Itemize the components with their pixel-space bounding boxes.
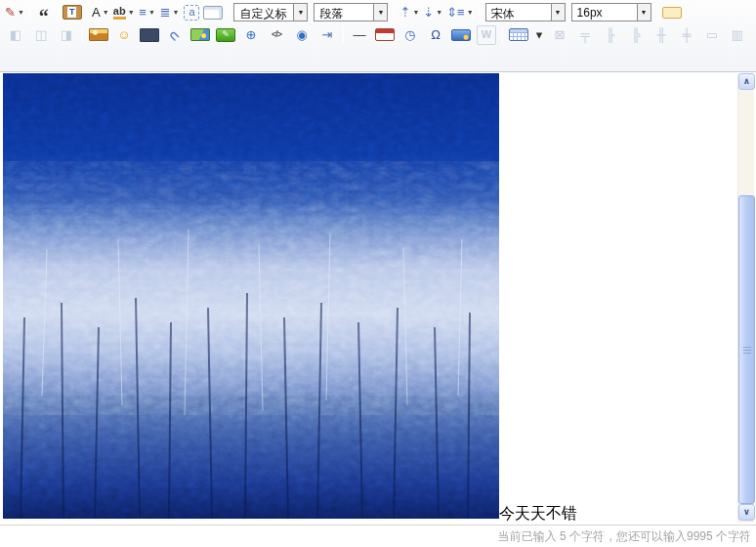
merge-cells-down-icon: ╪ bbox=[682, 28, 691, 41]
image-align-left-button: ◧ bbox=[6, 25, 25, 45]
paste-plain-button[interactable]: T bbox=[63, 5, 82, 20]
space-before-paragraph-icon: ⇡ bbox=[399, 6, 410, 19]
font-color-dropdown-arrow-icon[interactable]: ▼ bbox=[103, 9, 109, 16]
line-height-dropdown-arrow-icon[interactable]: ▼ bbox=[467, 9, 474, 16]
heading-select-value: 自定义标题 bbox=[234, 4, 293, 21]
image-align-center-icon: ◫ bbox=[35, 28, 47, 41]
emoticon-icon: ☺ bbox=[117, 28, 130, 41]
ordered-list-icon: ≡ bbox=[139, 6, 147, 19]
split-cell-icon: ▭ bbox=[706, 28, 718, 41]
merge-cells-right-icon: ╫ bbox=[656, 28, 665, 41]
format-painter-button[interactable]: ✎▼ bbox=[4, 3, 25, 22]
insert-iframe-icon: ⊕ bbox=[246, 28, 257, 41]
delete-table-button: ⊠ bbox=[550, 25, 569, 45]
char-count-status: 当前已输入 5 个字符，您还可以输入9995 个字符 bbox=[498, 528, 751, 545]
font-family-select-arrow-icon[interactable]: ▼ bbox=[551, 4, 565, 21]
document-text[interactable]: 今天天不错 bbox=[499, 505, 577, 522]
scrollbar-thumb[interactable] bbox=[738, 195, 755, 504]
unordered-list-button[interactable]: ≣▼ bbox=[159, 3, 181, 22]
format-painter-dropdown-arrow-icon[interactable]: ▼ bbox=[18, 9, 24, 16]
new-document-icon[interactable] bbox=[203, 6, 223, 20]
emoticon-button[interactable]: ☺ bbox=[114, 25, 134, 45]
attachment-icon: ⊂ bbox=[167, 26, 184, 43]
highlight-color-button[interactable]: ab▼ bbox=[112, 3, 136, 22]
image-align-center-button: ◫ bbox=[31, 25, 51, 45]
font-family-select-value: 宋体 bbox=[486, 4, 551, 21]
editing-area[interactable]: 今天天不错 ∧ ∨ bbox=[0, 72, 756, 525]
paragraph-select-arrow-icon[interactable]: ▼ bbox=[373, 4, 387, 21]
space-after-paragraph-dropdown-arrow-icon[interactable]: ▼ bbox=[436, 9, 442, 16]
blockquote-button[interactable]: “ bbox=[34, 3, 54, 22]
auto-typeset-icon: a bbox=[189, 7, 194, 18]
font-size-select-arrow-icon[interactable]: ▼ bbox=[637, 4, 651, 21]
insert-video-icon[interactable] bbox=[140, 28, 159, 42]
paste-plain-icon: T bbox=[67, 7, 76, 18]
insert-time-button[interactable]: ◷ bbox=[400, 25, 420, 45]
scroll-up-button[interactable]: ∧ bbox=[738, 73, 755, 90]
table-menu-arrow-button[interactable]: ▾ bbox=[534, 25, 544, 45]
font-color-icon: A bbox=[92, 6, 101, 19]
insert-column-button: ▥ bbox=[728, 25, 747, 45]
font-size-select-value: 16px bbox=[572, 4, 637, 21]
word-image-import-icon: W bbox=[482, 29, 491, 40]
scrollbar-grip-icon bbox=[743, 347, 751, 354]
vertical-scrollbar[interactable]: ∧ ∨ bbox=[737, 73, 754, 523]
line-height-icon: ⇕≡ bbox=[446, 6, 464, 19]
insert-map-icon[interactable] bbox=[190, 28, 210, 41]
horizontal-rule-button[interactable]: — bbox=[350, 25, 369, 45]
line-height-button[interactable]: ⇕≡▼ bbox=[445, 3, 474, 22]
font-color-button[interactable]: A▼ bbox=[91, 3, 110, 22]
special-chars-button[interactable]: Ω bbox=[426, 25, 445, 45]
heading-select-arrow-icon[interactable]: ▼ bbox=[293, 4, 307, 21]
ordered-list-button[interactable]: ≡▼ bbox=[138, 3, 157, 22]
blockquote-icon: “ bbox=[39, 7, 49, 26]
insert-col-left-icon: ╠ bbox=[631, 28, 640, 41]
insert-image-icon[interactable] bbox=[89, 28, 108, 41]
space-before-paragraph-button[interactable]: ⇡▼ bbox=[399, 3, 420, 22]
split-cell-button: ▭ bbox=[702, 25, 722, 45]
unordered-list-dropdown-arrow-icon[interactable]: ▼ bbox=[173, 9, 180, 16]
toolbar-separator bbox=[479, 4, 480, 21]
image-align-left-icon: ◧ bbox=[10, 28, 21, 41]
insert-iframe-button[interactable]: ⊕ bbox=[241, 25, 261, 45]
fullscreen-icon[interactable] bbox=[662, 7, 682, 19]
format-painter-icon: ✎ bbox=[5, 6, 16, 19]
page-break-button[interactable]: ⇥ bbox=[317, 25, 337, 45]
font-family-select[interactable]: 宋体▼ bbox=[485, 3, 566, 21]
baidu-app-button[interactable]: ◉ bbox=[292, 25, 312, 45]
space-after-paragraph-button[interactable]: ⇣▼ bbox=[422, 3, 443, 22]
horizontal-rule-icon: — bbox=[354, 28, 366, 41]
merge-cells-right-button: ╫ bbox=[651, 25, 671, 45]
paragraph-select[interactable]: 段落▼ bbox=[314, 3, 388, 21]
insert-row-above-icon: ╟ bbox=[606, 28, 614, 41]
scroll-down-button[interactable]: ∨ bbox=[738, 504, 755, 521]
attachment-button[interactable]: ⊂ bbox=[161, 21, 189, 48]
heading-select[interactable]: 自定义标题▼ bbox=[233, 3, 308, 21]
auto-typeset-button[interactable]: a bbox=[184, 5, 199, 21]
chevron-down-icon: ∨ bbox=[743, 508, 750, 517]
ordered-list-dropdown-arrow-icon[interactable]: ▼ bbox=[148, 9, 155, 16]
insert-date-icon[interactable] bbox=[375, 28, 395, 41]
insert-code-button[interactable]: </> bbox=[267, 25, 286, 45]
highlight-color-dropdown-arrow-icon[interactable]: ▼ bbox=[128, 9, 135, 16]
scrawl-button[interactable]: ✎ bbox=[216, 28, 235, 42]
paragraph-select-value: 段落 bbox=[315, 4, 373, 21]
merge-cells-down-button: ╪ bbox=[677, 25, 696, 45]
winter-forest-image[interactable] bbox=[3, 73, 499, 519]
special-chars-icon: Ω bbox=[431, 28, 441, 41]
scrawl-icon: ✎ bbox=[222, 30, 230, 39]
insert-table-icon[interactable] bbox=[509, 28, 528, 41]
insert-column-icon: ▥ bbox=[732, 28, 743, 41]
toolbar-row-1: ✎▼“TA▼ab▼≡▼≣▼a自定义标题▼段落▼⇡▼⇣▼⇕≡▼宋体▼16px▼ bbox=[1, 1, 756, 23]
space-before-paragraph-dropdown-arrow-icon[interactable]: ▼ bbox=[412, 9, 419, 16]
insert-code-icon: </> bbox=[272, 30, 281, 39]
screenshot-icon[interactable] bbox=[451, 29, 471, 41]
baidu-app-icon: ◉ bbox=[296, 28, 307, 41]
insert-col-left-button: ╠ bbox=[626, 25, 646, 45]
toolbar-separator bbox=[86, 4, 87, 21]
font-size-select[interactable]: 16px▼ bbox=[571, 3, 651, 21]
table-menu-arrow-icon: ▾ bbox=[536, 28, 543, 41]
document-first-line: 今天天不错 bbox=[3, 73, 756, 522]
toolbar-separator bbox=[227, 4, 228, 21]
toolbar-separator bbox=[82, 26, 83, 43]
